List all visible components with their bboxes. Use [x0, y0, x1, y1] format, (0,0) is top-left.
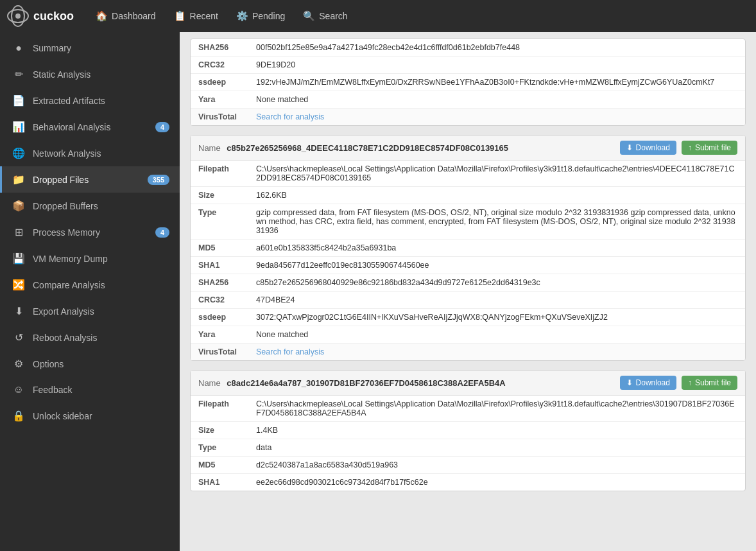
process-memory-badge: 4 [155, 227, 169, 238]
sidebar-item-feedback[interactable]: ☺ Feedback [0, 377, 180, 403]
table-row: Size 1.4KB [191, 422, 745, 439]
svg-point-2 [15, 13, 21, 19]
process-memory-icon: ⊞ [12, 226, 25, 238]
sidebar-item-summary[interactable]: ● Summary [0, 35, 180, 61]
file-1-sha256: c85b27e265256968040929e86c92186bd832a434… [248, 274, 745, 292]
field-sha256-value: 00f502bf125e85e9a47a4271a49fc28ecb42e4d1… [248, 39, 745, 57]
dropped-files-icon: 📁 [12, 173, 25, 186]
submit-file-button-2[interactable]: ↑ Submit file [682, 376, 737, 390]
nav-search[interactable]: 🔍 Search [294, 5, 356, 27]
yara-label: Yara [191, 326, 248, 344]
crc32-label: CRC32 [191, 292, 248, 309]
ssdeep-label: ssdeep [191, 309, 248, 326]
sidebar-item-reboot-analysis[interactable]: ↺ Reboot Analysis [0, 324, 180, 351]
file-1-sha1: 9eda845677d12eeffc019ec813055906744560ee [248, 257, 745, 274]
field-virustotal-label: VirusTotal [191, 109, 248, 126]
vt-value-1: Search for analysis [248, 344, 745, 361]
md5-label: MD5 [191, 240, 248, 257]
sidebar-item-compare-analysis[interactable]: 🔀 Compare Analysis [0, 272, 180, 298]
file-1-size: 162.6KB [248, 187, 745, 204]
file-2-name: c8adc214e6a4a787_301907D81BF27036EF7D045… [227, 378, 505, 388]
field-sha256-label: SHA256 [191, 39, 248, 57]
table-row: CRC32 9DE19D20 [191, 57, 745, 74]
extracted-artifacts-icon: 📄 [12, 94, 25, 107]
reboot-analysis-icon: ↺ [12, 331, 25, 344]
sidebar-item-export-analysis[interactable]: ⬇ Export Analysis [0, 298, 180, 324]
field-ssdeep-value: 192:vHeJMJ/mZh/EmMZW8LffxEymE0/DxZRRSwNB… [248, 74, 745, 91]
file-card-1-header: Name c85b27e265256968_4DEEC4118C78E71C2D… [191, 136, 745, 161]
file-table-partial: SHA256 00f502bf125e85e9a47a4271a49fc28ec… [191, 39, 745, 125]
table-row: SHA256 c85b27e265256968040929e86c92186bd… [191, 274, 745, 292]
main-layout: ● Summary ✏ Static Analysis 📄 Extracted … [0, 32, 756, 551]
table-row: SHA1 9eda845677d12eeffc019ec813055906744… [191, 257, 745, 274]
sha1-label-2: SHA1 [191, 474, 248, 491]
sha1-label: SHA1 [191, 257, 248, 274]
field-virustotal-value: Search for analysis [248, 109, 745, 126]
file-1-crc32: 47D4BE24 [248, 292, 745, 309]
vm-memory-dump-icon: 💾 [12, 252, 25, 265]
table-row: Yara None matched [191, 91, 745, 109]
sidebar-item-process-memory[interactable]: ⊞ Process Memory 4 [0, 219, 180, 245]
size-label: Size [191, 187, 248, 204]
sidebar-item-dropped-files[interactable]: 📁 Dropped Files 355 [0, 166, 180, 193]
download-button-1[interactable]: ⬇ Download [620, 141, 676, 155]
options-icon: ⚙ [12, 358, 25, 370]
virustotal-link-1[interactable]: Search for analysis [256, 347, 324, 356]
file-1-md5: a601e0b135833f5c8424b2a35a6931ba [248, 240, 745, 257]
nav-pending[interactable]: ⚙️ Pending [227, 5, 294, 27]
logo[interactable]: cuckoo [6, 4, 74, 28]
file-2-filepath: C:\Users\hackmeplease\Local Settings\App… [248, 396, 745, 422]
sidebar-item-options[interactable]: ⚙ Options [0, 351, 180, 377]
download-icon-1: ⬇ [626, 143, 633, 152]
file-card-1-title: Name c85b27e265256968_4DEEC4118C78E71C2D… [198, 143, 508, 153]
download-button-2[interactable]: ⬇ Download [620, 376, 676, 390]
file-1-filepath: C:\Users\hackmeplease\Local Settings\App… [248, 161, 745, 187]
file-card-2: Name c8adc214e6a4a787_301907D81BF27036EF… [190, 370, 746, 491]
behavioral-analysis-icon: 📊 [12, 121, 25, 133]
table-row: ssdeep 192:vHeJMJ/mZh/EmMZW8LffxEymE0/Dx… [191, 74, 745, 91]
file-2-table: Filepath C:\Users\hackmeplease\Local Set… [191, 396, 745, 491]
dropped-buffers-icon: 📦 [12, 200, 25, 212]
sidebar-item-behavioral-analysis[interactable]: 📊 Behavioral Analysis 4 [0, 114, 180, 140]
name-label: Name [198, 143, 221, 153]
sidebar-item-dropped-buffers[interactable]: 📦 Dropped Buffers [0, 193, 180, 219]
nav-recent[interactable]: 📋 Recent [165, 5, 227, 27]
pending-icon: ⚙️ [236, 10, 248, 22]
sidebar-item-vm-memory-dump[interactable]: 💾 VM Memory Dump [0, 245, 180, 272]
table-row: MD5 a601e0b135833f5c8424b2a35a6931ba [191, 240, 745, 257]
field-ssdeep-label: ssdeep [191, 74, 248, 91]
nav-dashboard[interactable]: 🏠 Dashboard [87, 5, 165, 27]
field-yara-label: Yara [191, 91, 248, 109]
file-card-partial: SHA256 00f502bf125e85e9a47a4271a49fc28ec… [190, 39, 746, 126]
search-icon: 🔍 [303, 10, 315, 22]
sidebar-item-extracted-artifacts[interactable]: 📄 Extracted Artifacts [0, 87, 180, 114]
sidebar-item-network-analysis[interactable]: 🌐 Network Analysis [0, 140, 180, 166]
table-row: Size 162.6KB [191, 187, 745, 204]
dropped-files-badge: 355 [148, 175, 169, 185]
table-row: Yara None matched [191, 326, 745, 344]
logo-text: cuckoo [33, 10, 74, 23]
table-row: ssdeep 3072:QATxwPjzogr02C1tG6E4IIN+lKXu… [191, 309, 745, 326]
submit-icon-1: ↑ [688, 143, 692, 152]
file-card-1: Name c85b27e265256968_4DEEC4118C78E71C2D… [190, 135, 746, 361]
table-row: Type gzip compressed data, from FAT file… [191, 204, 745, 240]
file-1-type: gzip compressed data, from FAT filesyste… [248, 204, 745, 240]
recent-icon: 📋 [174, 10, 186, 22]
virustotal-link[interactable]: Search for analysis [256, 112, 324, 121]
sidebar-item-unlock-sidebar[interactable]: 🔒 Unlock sidebar [0, 403, 180, 429]
table-row: SHA256 00f502bf125e85e9a47a4271a49fc28ec… [191, 39, 745, 57]
table-row-virustotal-1: VirusTotal Search for analysis [191, 344, 745, 361]
file-2-sha1: ee2ec66d98cd903021c6c97342d84f7b17f5c62e [248, 474, 745, 491]
file-card-2-header: Name c8adc214e6a4a787_301907D81BF27036EF… [191, 371, 745, 396]
submit-file-button-1[interactable]: ↑ Submit file [682, 141, 737, 155]
file-2-md5: d2c5240387a1a8ac6583a430d519a963 [248, 457, 745, 474]
static-analysis-icon: ✏ [12, 68, 25, 80]
sidebar-item-static-analysis[interactable]: ✏ Static Analysis [0, 61, 180, 87]
file-1-table: Filepath C:\Users\hackmeplease\Local Set… [191, 161, 745, 360]
dashboard-icon: 🏠 [96, 10, 108, 22]
file-1-yara: None matched [248, 326, 745, 344]
table-row: SHA1 ee2ec66d98cd903021c6c97342d84f7b17f… [191, 474, 745, 491]
cuckoo-logo-icon [6, 4, 30, 28]
type-label: Type [191, 204, 248, 240]
filepath-label-2: Filepath [191, 396, 248, 422]
